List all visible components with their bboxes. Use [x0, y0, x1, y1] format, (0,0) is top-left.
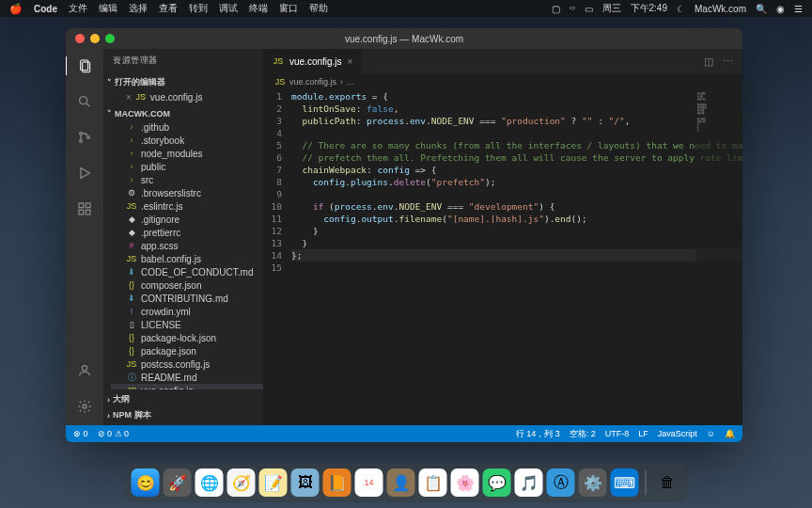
problems-indicator[interactable]: ⊘ 0 ⚠ 0	[98, 429, 130, 438]
code-editor[interactable]: 123456789101112131415 module.exports = {…	[263, 90, 742, 425]
file-item[interactable]: ⚙.browserslistrc	[111, 186, 263, 199]
dock-appstore-icon[interactable]: Ⓐ	[547, 468, 575, 497]
minimap[interactable]: ██ █████ ███████ ████████████████████ ██…	[695, 90, 742, 425]
file-item[interactable]: ⬇CONTRIBUTING.md	[111, 292, 263, 305]
menu-edit[interactable]: 编辑	[99, 2, 117, 15]
item-label: LICENSE	[141, 320, 181, 330]
menu-app[interactable]: Code	[34, 4, 57, 14]
wifi-icon[interactable]: ⌔	[570, 4, 575, 14]
folder-item[interactable]: ›public	[111, 160, 263, 173]
indentation[interactable]: 空格: 2	[570, 428, 596, 440]
close-icon[interactable]: ×	[126, 92, 132, 103]
breadcrumb[interactable]: JS vue.config.js › ...	[263, 73, 742, 90]
window-minimize-button[interactable]	[90, 34, 100, 43]
file-item[interactable]: ◆.gitignore	[111, 213, 263, 226]
dock-reminders-icon[interactable]: 📋	[419, 468, 447, 497]
folder-item[interactable]: ›node_modules	[111, 147, 263, 160]
apple-logo-icon[interactable]: 🍎	[9, 3, 23, 15]
folder-item[interactable]: ›.github	[111, 120, 263, 134]
file-item[interactable]: {}composer.json	[111, 278, 263, 292]
dock-contacts-icon[interactable]: 👤	[387, 468, 415, 497]
dock-safari-icon[interactable]: 🧭	[227, 468, 256, 497]
menu-terminal[interactable]: 终端	[249, 2, 268, 15]
menu-help[interactable]: 帮助	[309, 2, 328, 15]
menubar-site[interactable]: MacWk.com	[695, 4, 746, 14]
debug-icon[interactable]	[75, 164, 94, 183]
svg-rect-9	[86, 203, 90, 208]
do-not-disturb-icon[interactable]: ☾	[677, 4, 685, 14]
encoding[interactable]: UTF-8	[605, 429, 630, 438]
tab-close-icon[interactable]: ×	[348, 56, 353, 67]
menubar-day[interactable]: 周三	[602, 2, 621, 15]
file-item[interactable]: JS.eslintrc.js	[111, 199, 263, 213]
eol[interactable]: LF	[638, 429, 648, 438]
file-item[interactable]: #app.scss	[111, 239, 263, 252]
notification-center-icon[interactable]: ☰	[794, 4, 803, 14]
dock-itunes-icon[interactable]: 🎵	[515, 468, 543, 497]
language-mode[interactable]: JavaScript	[658, 429, 697, 438]
siri-icon[interactable]: ◉	[776, 4, 785, 14]
dock-preferences-icon[interactable]: ⚙️	[579, 468, 607, 497]
item-label: crowdin.yml	[141, 307, 191, 317]
cursor-position[interactable]: 行 14，列 3	[516, 428, 560, 440]
project-header[interactable]: ˅MACWK.COM	[103, 107, 263, 120]
dock-notes-icon[interactable]: 📝	[259, 468, 288, 497]
file-item[interactable]: JSbabel.config.js	[111, 252, 263, 265]
dock-photos-icon[interactable]: 🌸	[451, 468, 479, 497]
feedback-icon[interactable]: ☺	[707, 429, 715, 438]
window-close-button[interactable]	[75, 34, 85, 43]
dock-vscode-icon[interactable]: ⌨	[611, 468, 639, 497]
file-item[interactable]: !crowdin.yml	[111, 305, 263, 318]
display-icon[interactable]: ▢	[552, 4, 560, 14]
folder-item[interactable]: ›.storybook	[111, 134, 263, 147]
source-control-icon[interactable]	[75, 128, 94, 147]
accounts-icon[interactable]	[75, 361, 94, 380]
file-item[interactable]: ◆.prettierrc	[111, 226, 263, 239]
file-item[interactable]: ⓘREADME.md	[111, 371, 263, 384]
npm-scripts-header[interactable]: ›NPM 脚本	[103, 407, 263, 423]
dock-preview-icon[interactable]: 🖼	[291, 468, 320, 497]
dock-finder-icon[interactable]: 😊	[132, 468, 160, 497]
js-file-icon: JS	[274, 77, 286, 87]
more-actions-icon[interactable]: ⋯	[723, 56, 733, 68]
spotlight-icon[interactable]: 🔍	[756, 4, 767, 14]
search-icon[interactable]	[75, 92, 94, 111]
extensions-icon[interactable]	[75, 199, 94, 218]
open-editors-header[interactable]: ˅打开的编辑器	[103, 74, 263, 90]
tab-vue-config[interactable]: JS vue.config.js ×	[263, 49, 363, 73]
notifications-icon[interactable]: 🔔	[725, 429, 735, 438]
chevron-right-icon: ›	[126, 162, 137, 171]
dock-chrome-icon[interactable]: 🌐	[195, 468, 224, 497]
menu-select[interactable]: 选择	[129, 2, 148, 15]
outline-header[interactable]: ›大纲	[103, 391, 263, 407]
dock-calendar-icon[interactable]: 14	[355, 468, 383, 497]
dock-books-icon[interactable]: 📙	[323, 468, 351, 497]
dock-messages-icon[interactable]: 💬	[483, 468, 511, 497]
battery-icon[interactable]: ▭	[585, 4, 593, 14]
menu-window[interactable]: 窗口	[279, 2, 298, 15]
item-label: package-lock.json	[141, 333, 216, 343]
item-label: CONTRIBUTING.md	[141, 294, 228, 304]
folder-item[interactable]: ›src	[111, 173, 263, 186]
explorer-icon[interactable]	[66, 56, 102, 75]
file-item[interactable]: ⬇CODE_OF_CONDUCT.md	[111, 265, 263, 278]
remote-indicator[interactable]: ⊗ 0	[73, 429, 88, 438]
menu-debug[interactable]: 调试	[219, 2, 238, 15]
file-item[interactable]: ▯LICENSE	[111, 318, 263, 331]
menu-view[interactable]: 查看	[159, 2, 178, 15]
svg-point-12	[82, 366, 86, 371]
menubar-time[interactable]: 下午2:49	[631, 2, 667, 15]
file-item[interactable]: {}package.json	[111, 344, 263, 357]
dock-launchpad-icon[interactable]: 🚀	[164, 468, 192, 497]
dock-trash-icon[interactable]: 🗑	[653, 468, 681, 497]
settings-gear-icon[interactable]	[75, 397, 94, 416]
file-item[interactable]: JSpostcss.config.js	[111, 357, 263, 371]
item-label: package.json	[141, 346, 196, 357]
file-item[interactable]: {}package-lock.json	[111, 331, 263, 344]
open-editor-item[interactable]: × JS vue.config.js	[103, 90, 263, 103]
window-maximize-button[interactable]	[105, 34, 115, 43]
menu-file[interactable]: 文件	[69, 2, 87, 15]
split-editor-icon[interactable]: ◫	[704, 56, 713, 68]
menu-goto[interactable]: 转到	[189, 2, 208, 15]
item-label: .gitignore	[141, 214, 180, 225]
